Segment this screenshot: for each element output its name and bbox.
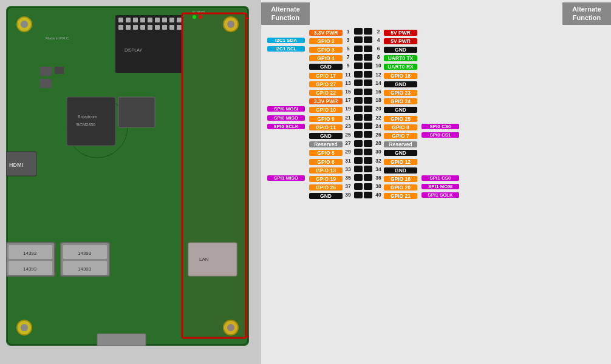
right-alt-func	[420, 157, 463, 164]
left-alt-func	[264, 28, 306, 35]
svg-rect-18	[169, 18, 174, 22]
right-pin-num: 26	[373, 132, 384, 138]
right-pin-num: 22	[373, 115, 384, 121]
left-alt-func: SPI0 MISO	[264, 115, 306, 121]
connector-pin-left	[354, 62, 363, 69]
connector-pin-right	[364, 183, 372, 190]
left-pin-num: 25	[343, 132, 353, 138]
left-pin-num: 39	[343, 192, 353, 198]
left-pin-num: 35	[343, 175, 353, 181]
connector-pin-left	[354, 106, 363, 112]
left-pin-num: 21	[343, 115, 353, 121]
connector-pin-right	[364, 28, 372, 35]
connector-pin-right	[364, 89, 372, 95]
right-alt-func: SPI0 CS0	[420, 123, 463, 129]
svg-rect-23	[140, 25, 145, 30]
connector-pin-left	[354, 174, 363, 181]
svg-rect-35	[67, 97, 115, 146]
right-pin-num: 40	[373, 192, 384, 198]
connector-pin-right	[364, 192, 372, 198]
right-pin-num: 28	[373, 140, 384, 146]
right-alt-func	[420, 88, 463, 95]
left-pin-num: 17	[343, 97, 353, 103]
right-alt-func	[420, 148, 463, 155]
connector-pin-right	[364, 140, 372, 147]
board-section: DISPLAY Raspberry Pi 2 Model B V1.1 CE F…	[0, 0, 261, 364]
left-pin-num: 19	[343, 106, 353, 112]
connector-pin-right	[364, 79, 372, 86]
right-alt-func	[420, 105, 463, 112]
connector-pin-left	[354, 183, 363, 190]
right-alt-func: SPI0 CS1	[420, 132, 463, 138]
alt-func-left-header: AlternateFunction	[261, 2, 310, 25]
right-pin-num: 12	[373, 72, 384, 78]
connector-pin-left	[354, 89, 363, 95]
connector-pin-left	[354, 114, 363, 121]
connector-pin-left	[354, 166, 363, 172]
svg-rect-55	[55, 67, 64, 74]
connector-pin-right	[364, 71, 372, 78]
svg-text:14393: 14393	[78, 251, 92, 256]
svg-rect-38	[118, 97, 155, 127]
right-pin-num: 24	[373, 123, 384, 129]
left-alt-func	[264, 191, 306, 198]
pinout-section: AlternateFunction AlternateFunction 3.3V…	[261, 0, 611, 364]
connector-pin-left	[354, 131, 363, 138]
left-alt-func	[264, 71, 306, 78]
connector-pin-left	[354, 97, 363, 104]
connector-pin-right	[364, 46, 372, 52]
right-pin-num: 18	[373, 97, 384, 103]
svg-text:14393: 14393	[78, 266, 92, 272]
right-alt-func	[420, 71, 463, 78]
right-alt-func: SPI1 SCLK	[420, 192, 463, 198]
right-pin-num: 36	[373, 175, 384, 181]
left-pin-num: 37	[343, 183, 353, 189]
left-pin-num: 23	[343, 123, 353, 129]
right-alt-func: SPI1 CS0	[420, 175, 463, 181]
connector-pin-left	[354, 71, 363, 78]
left-pin-num: 13	[343, 80, 353, 86]
connector-pin-left	[354, 28, 363, 35]
svg-rect-13	[133, 18, 138, 22]
svg-text:Broadcom: Broadcom	[78, 115, 97, 119]
pcb-board: DISPLAY Raspberry Pi 2 Model B V1.1 CE F…	[6, 6, 249, 346]
left-alt-func	[264, 183, 306, 190]
right-alt-func	[420, 36, 463, 44]
connector-pin-left	[354, 192, 363, 198]
left-alt-func	[264, 53, 306, 61]
svg-rect-26	[162, 25, 167, 30]
connector-pin-right	[364, 174, 372, 181]
svg-rect-21	[126, 25, 131, 30]
svg-rect-53	[39, 67, 52, 76]
right-pin-num: 38	[373, 183, 384, 189]
svg-rect-61	[97, 334, 146, 346]
svg-rect-22	[133, 25, 138, 30]
svg-rect-25	[155, 25, 160, 30]
left-pin-num: 31	[343, 158, 353, 164]
left-alt-func: I2C1 SDA	[264, 37, 306, 43]
connector-pin-right	[364, 166, 372, 172]
connector-pin-left	[354, 140, 363, 147]
right-alt-func	[420, 140, 463, 147]
left-alt-func	[264, 140, 306, 147]
connector-pin-left	[354, 149, 363, 155]
connector-pin-right	[364, 36, 372, 43]
connector-pin-right	[364, 123, 372, 129]
left-alt-func: SPI1 MISO	[264, 175, 306, 181]
connector-pin-right	[364, 106, 372, 112]
right-pin-num: 14	[373, 80, 384, 86]
right-pin-num: 32	[373, 158, 384, 164]
right-pin-num: 20	[373, 106, 384, 112]
right-pin-num: 34	[373, 166, 384, 172]
right-pin-num: 6	[373, 46, 384, 52]
right-alt-func	[420, 166, 463, 173]
svg-rect-24	[148, 25, 152, 30]
left-alt-func	[264, 148, 306, 155]
pinout-header: AlternateFunction AlternateFunction	[261, 0, 611, 27]
svg-rect-54	[39, 79, 52, 88]
right-alt-func	[420, 96, 463, 104]
svg-rect-27	[169, 25, 174, 30]
svg-rect-12	[126, 18, 131, 22]
svg-rect-10	[115, 15, 182, 73]
svg-rect-14	[140, 18, 145, 22]
